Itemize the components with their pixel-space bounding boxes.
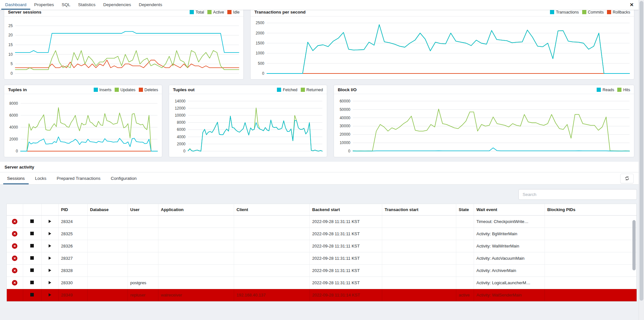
chart-legend: InsertsUpdatesDeletes — [90, 88, 158, 92]
expand-details-icon[interactable] — [49, 220, 51, 223]
cell-user: repluser — [128, 289, 158, 301]
activity-tab-configuration[interactable]: Configuration — [107, 172, 140, 184]
refresh-button[interactable] — [620, 174, 634, 183]
chart-canvas: 25002000150010005000 — [251, 16, 634, 79]
tab-properties[interactable]: Properties — [30, 0, 58, 10]
cell-client — [234, 265, 309, 277]
legend-rollbacks: Rollbacks — [607, 10, 630, 15]
col-header-blocking-pids[interactable]: Blocking PIDs — [545, 204, 637, 216]
cell-transaction-start — [382, 240, 456, 252]
legend-swatch — [207, 10, 212, 14]
terminate-cell: ✕ — [7, 277, 23, 289]
chart-title-tuples-out: Tuples out — [173, 87, 194, 92]
terminate-session-icon[interactable]: ✕ — [12, 256, 17, 261]
legend-active: Active — [207, 10, 224, 15]
svg-text:20: 20 — [8, 33, 13, 37]
svg-text:50000: 50000 — [340, 107, 351, 112]
col-header-wait-event[interactable]: Wait event — [474, 204, 545, 216]
tab-dependencies[interactable]: Dependencies — [99, 0, 135, 10]
chart-canvas: 14000120001000080006000400020000 — [169, 94, 327, 157]
cell-user — [128, 265, 158, 277]
cell-pid: 28330 — [58, 277, 87, 289]
svg-text:20000: 20000 — [340, 132, 351, 137]
expand-details-icon[interactable] — [49, 293, 51, 296]
terminate-session-icon[interactable]: ✕ — [12, 231, 17, 237]
cancel-cell — [23, 216, 41, 228]
expand-details-icon[interactable] — [49, 257, 51, 260]
server-sessions-panel: Server sessions TotalActiveIdle 25201510… — [4, 7, 244, 80]
svg-text:4000: 4000 — [9, 125, 18, 130]
cell-transaction-start — [382, 216, 456, 228]
col-header-transaction-start[interactable]: Transaction start — [382, 204, 456, 216]
expand-details-icon[interactable] — [49, 244, 51, 247]
legend-swatch — [607, 10, 611, 14]
cancel-query-icon[interactable] — [30, 219, 34, 223]
cell-pid: 28349 — [58, 289, 87, 301]
terminate-session-icon[interactable]: ✕ — [12, 243, 17, 249]
cell-state — [456, 277, 474, 289]
terminate-session-icon[interactable]: ✕ — [12, 280, 17, 286]
terminate-session-icon[interactable]: ✕ — [12, 268, 17, 273]
svg-text:40000: 40000 — [340, 116, 351, 120]
cell-blocking-pids — [545, 289, 637, 301]
svg-text:0: 0 — [11, 71, 13, 76]
col-header-action — [23, 204, 41, 216]
cell-transaction-start — [382, 289, 456, 301]
col-header-state[interactable]: State — [456, 204, 474, 216]
svg-text:0: 0 — [183, 149, 185, 153]
cell-backend-start: 2022-09-28 11:31:11 KST — [309, 277, 382, 289]
expand-details-icon[interactable] — [49, 269, 51, 272]
cancel-query-icon[interactable] — [30, 268, 34, 272]
col-header-backend-start[interactable]: Backend start — [309, 204, 382, 216]
terminate-cell: ✕ — [7, 252, 23, 265]
tab-dependents[interactable]: Dependents — [135, 0, 166, 10]
activity-tab-sessions[interactable]: Sessions — [3, 172, 29, 184]
cancel-query-icon[interactable] — [30, 244, 34, 247]
cell-transaction-start — [382, 228, 456, 240]
table-scrollbar[interactable] — [632, 220, 636, 270]
legend-swatch — [597, 88, 601, 92]
legend-fetched: Fetched — [277, 88, 297, 92]
svg-text:6000: 6000 — [177, 127, 185, 132]
cancel-query-icon[interactable] — [30, 293, 34, 296]
page-scrollbar[interactable] — [639, 1, 643, 301]
tab-dashboard[interactable]: Dashboard — [1, 0, 30, 10]
cell-blocking-pids — [545, 252, 637, 265]
svg-text:2000: 2000 — [256, 31, 264, 35]
tab-statistics[interactable]: Statistics — [74, 0, 99, 10]
activity-tab-locks[interactable]: Locks — [31, 172, 50, 184]
cell-application — [158, 265, 234, 277]
block-io-panel: Block I/O ReadsHits 60000500004000030000… — [334, 85, 634, 157]
tab-sql[interactable]: SQL — [58, 0, 74, 10]
terminate-session-icon[interactable]: ✕ — [12, 219, 17, 224]
tab-container: DashboardPropertiesSQLStatisticsDependen… — [1, 0, 166, 10]
chart-title-block-i-o: Block I/O — [338, 87, 357, 92]
cell-pid: 28326 — [58, 240, 87, 252]
cell-backend-start: 2022-09-28 11:31:11 KST — [309, 252, 382, 265]
col-header-pid[interactable]: PID — [58, 204, 87, 216]
cell-blocking-pids — [545, 240, 637, 252]
cancel-query-icon[interactable] — [30, 232, 34, 235]
cell-backend-start: 2022-09-28 11:31:11 KST — [309, 216, 382, 228]
sessions-table: PIDDatabaseUserApplicationClientBackend … — [7, 204, 637, 301]
col-header-database[interactable]: Database — [87, 204, 128, 216]
expand-details-icon[interactable] — [49, 232, 51, 235]
cell-pid: 28324 — [58, 216, 87, 228]
activity-tab-prepared-transactions[interactable]: Prepared Transactions — [53, 172, 104, 184]
svg-text:8000: 8000 — [9, 101, 18, 106]
col-header-application[interactable]: Application — [158, 204, 234, 216]
legend-commits: Commits — [582, 10, 604, 15]
cancel-query-icon[interactable] — [30, 256, 34, 260]
expand-details-icon[interactable] — [49, 281, 51, 284]
svg-text:12000: 12000 — [175, 106, 186, 111]
col-header-user[interactable]: User — [128, 204, 158, 216]
search-input[interactable] — [518, 189, 637, 200]
details-cell — [41, 289, 58, 301]
chart-legend: FetchedReturned — [274, 88, 323, 92]
cancel-query-icon[interactable] — [30, 281, 34, 284]
cell-pid: 28325 — [58, 228, 87, 240]
sessions-table-container: PIDDatabaseUserApplicationClientBackend … — [6, 204, 637, 302]
terminate-cell: ✕ — [7, 216, 23, 228]
legend-swatch — [617, 88, 621, 92]
col-header-client[interactable]: Client — [234, 204, 309, 216]
